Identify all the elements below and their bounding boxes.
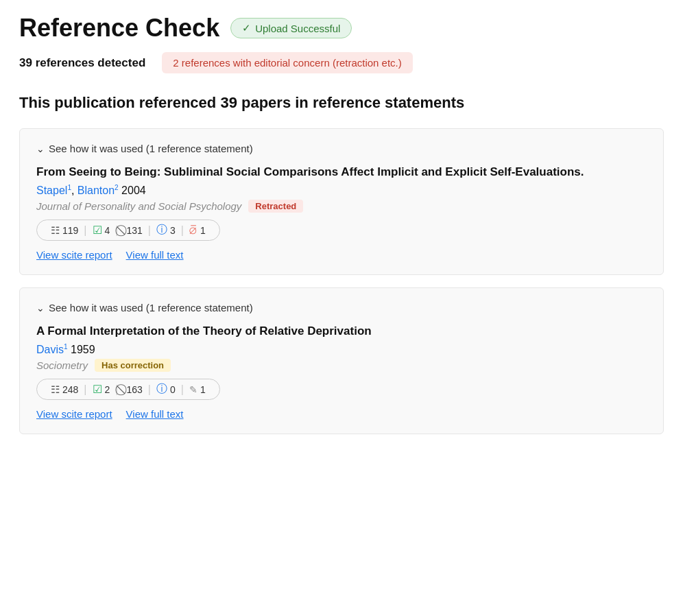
fulltext-link[interactable]: View full text	[126, 408, 184, 420]
status-badge: Has correction	[95, 359, 171, 372]
stats-row: 39 references detected 2 references with…	[19, 52, 664, 73]
stat-check-value: 2	[105, 384, 110, 395]
fulltext-link[interactable]: View full text	[126, 249, 184, 261]
links-row: View scite reportView full text	[36, 408, 647, 420]
stat-check-value: 4	[105, 225, 110, 236]
header-row: Reference Check ✓ Upload Successful	[19, 14, 664, 43]
stat-x-value: 1	[200, 225, 206, 236]
see-how-row[interactable]: ⌄ See how it was used (1 reference state…	[36, 302, 647, 313]
author-link[interactable]: Stapel1	[36, 185, 71, 196]
stat-minus: ⃠ 163	[118, 383, 147, 396]
stat-check: ☑ 2	[87, 383, 116, 396]
stat-pencil-value: 1	[200, 384, 206, 395]
papers-container: ⌄ See how it was used (1 reference state…	[19, 128, 664, 434]
stat-question-value: 0	[170, 384, 176, 395]
paper-title: A Formal Interpretation of the Theory of…	[36, 323, 647, 340]
stats-pill: ☷ 119 | ☑ 4 | ⃠ 131 | ⓘ 3 | ⦱ 1	[36, 220, 220, 241]
stat-x: ⦱ 1	[184, 224, 211, 237]
table-icon: ☷	[51, 224, 60, 237]
stat-table: ☷ 248	[45, 383, 84, 396]
chevron-icon: ⌄	[36, 303, 45, 313]
scite-link[interactable]: View scite report	[36, 408, 112, 420]
stat-minus: ⃠ 131	[118, 224, 147, 237]
check-circle-icon: ☑	[93, 383, 102, 396]
links-row: View scite reportView full text	[36, 249, 647, 261]
paper-journal-row: Journal of Personality and Social Psycho…	[36, 200, 647, 213]
paper-card: ⌄ See how it was used (1 reference state…	[19, 128, 664, 275]
paper-authors: Stapel1, Blanton2 2004	[36, 184, 647, 197]
scite-link[interactable]: View scite report	[36, 249, 112, 261]
see-how-label: See how it was used (1 reference stateme…	[49, 302, 253, 313]
paper-authors: Davis1 1959	[36, 343, 647, 356]
status-badge: Retracted	[248, 200, 303, 213]
journal-name: Sociometry	[36, 359, 88, 371]
stat-question-value: 3	[170, 225, 176, 236]
editorial-concern-badge: 2 references with editorial concern (ret…	[162, 52, 412, 73]
stat-table-value: 248	[62, 384, 78, 395]
stat-table-value: 119	[62, 225, 78, 236]
pencil-icon: ✎	[189, 384, 197, 395]
table-icon: ☷	[51, 383, 60, 396]
stat-pencil: ✎ 1	[184, 384, 211, 395]
page-title: Reference Check	[19, 14, 219, 43]
check-circle-icon: ☑	[93, 224, 102, 237]
chevron-icon: ⌄	[36, 143, 45, 154]
paper-journal-row: SociometryHas correction	[36, 359, 647, 372]
stat-question: ⓘ 3	[151, 223, 181, 237]
refs-detected: 39 references detected	[19, 56, 145, 70]
stat-minus-value: 163	[126, 384, 142, 395]
x-circle-icon: ⦱	[189, 224, 197, 237]
question-circle-icon: ⓘ	[156, 382, 167, 396]
paper-card: ⌄ See how it was used (1 reference state…	[19, 287, 664, 434]
upload-badge-label: Upload Successful	[255, 23, 340, 34]
check-icon: ✓	[242, 22, 251, 34]
author-link[interactable]: Blanton2	[77, 185, 119, 196]
stat-question: ⓘ 0	[151, 382, 181, 396]
upload-badge: ✓ Upload Successful	[230, 18, 352, 38]
stats-pill: ☷ 248 | ☑ 2 | ⃠ 163 | ⓘ 0 | ✎ 1	[36, 379, 220, 400]
paper-title: From Seeing to Being: Subliminal Social …	[36, 164, 647, 180]
stat-table: ☷ 119	[45, 224, 84, 237]
section-heading: This publication referenced 39 papers in…	[19, 94, 664, 112]
journal-name: Journal of Personality and Social Psycho…	[36, 200, 241, 212]
author-link[interactable]: Davis1	[36, 344, 68, 355]
question-circle-icon: ⓘ	[156, 223, 167, 237]
see-how-row[interactable]: ⌄ See how it was used (1 reference state…	[36, 143, 647, 154]
stat-check: ☑ 4	[87, 224, 116, 237]
stat-minus-value: 131	[126, 225, 142, 236]
see-how-label: See how it was used (1 reference stateme…	[49, 143, 253, 154]
